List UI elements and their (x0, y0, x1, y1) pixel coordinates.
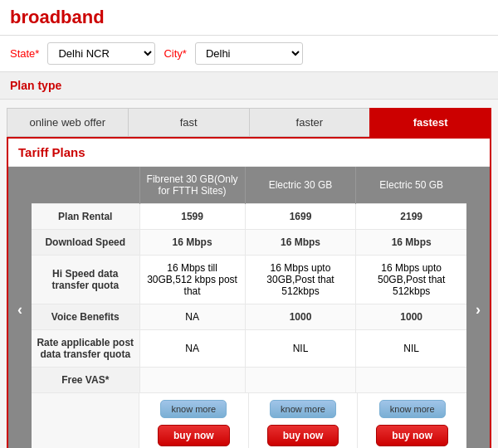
plan-rental-2: 2199 (356, 204, 466, 230)
plan-rental-1: 1699 (245, 204, 356, 230)
hi-speed-2: 16 Mbps upto 50GB,Post that 512kbps (356, 256, 466, 304)
row-label-voice: Voice Benefits (32, 304, 139, 330)
table-row: Hi Speed data transfer quota 16 Mbps til… (32, 256, 466, 304)
plan-rental-0: 1599 (139, 204, 245, 230)
row-label-rate-post: Rate applicable post data transfer quota (32, 330, 139, 368)
action-cell-0: know more buy now (139, 393, 249, 448)
tabs-container: online web offer fast faster fastest (7, 108, 491, 137)
plan-type-bar: Plan type (0, 71, 498, 100)
state-label-text: State (10, 47, 35, 60)
city-label-text: City (164, 47, 182, 60)
plan-type-label: Plan type (10, 79, 488, 92)
tab-online-web-offer[interactable]: online web offer (7, 108, 128, 137)
hi-speed-0: 16 Mbps till 30GB,512 kbps post that (139, 256, 245, 304)
state-label: State* (10, 47, 39, 60)
know-more-button-2[interactable]: know more (379, 400, 446, 418)
state-select[interactable]: Delhi NCR Mumbai Bangalore (47, 42, 155, 65)
content-wrapper: online web offer fast faster fastest Tar… (0, 108, 498, 448)
app-title: broadband (10, 7, 488, 28)
city-label: City* (164, 47, 186, 60)
voice-0: NA (139, 304, 245, 330)
row-label-free-vas: Free VAS* (32, 368, 139, 393)
tariff-container: Tariff Plans ‹ Fibrenet 30 GB(Only for F… (7, 137, 491, 448)
row-label-hi-speed: Hi Speed data transfer quota (32, 256, 139, 304)
free-vas-0 (139, 368, 245, 393)
hi-speed-1: 16 Mbps upto 30GB,Post that 512kbps (245, 256, 356, 304)
header: broadband (0, 0, 498, 35)
plan-header-2: Electric 50 GB (356, 167, 466, 204)
plan-header-1: Electric 30 GB (245, 167, 356, 204)
know-more-button-0[interactable]: know more (160, 400, 227, 418)
action-cell-1: know more buy now (249, 393, 359, 448)
table-row: Plan Rental 1599 1699 2199 (32, 204, 466, 230)
plans-area: ‹ Fibrenet 30 GB(Only for FTTH Sites) El… (8, 167, 490, 448)
buy-now-button-1[interactable]: buy now (267, 425, 339, 446)
download-speed-0: 16 Mbps (139, 230, 245, 256)
voice-1: 1000 (245, 304, 356, 330)
table-row: Rate applicable post data transfer quota… (32, 330, 466, 368)
action-buttons-row: know more buy now know more buy now (32, 392, 466, 448)
know-more-button-1[interactable]: know more (270, 400, 336, 418)
free-vas-2 (356, 368, 466, 393)
buy-now-button-0[interactable]: buy now (158, 425, 230, 446)
tab-faster[interactable]: faster (249, 108, 370, 137)
location-bar: State* Delhi NCR Mumbai Bangalore City* … (0, 35, 498, 71)
table-row: Free VAS* (32, 368, 466, 393)
tab-fast[interactable]: fast (128, 108, 249, 137)
table-row: Download Speed 16 Mbps 16 Mbps 16 Mbps (32, 230, 466, 256)
plans-table: Fibrenet 30 GB(Only for FTTH Sites) Elec… (32, 167, 466, 448)
buy-now-button-2[interactable]: buy now (376, 425, 448, 446)
action-label-cell (32, 393, 139, 448)
rate-post-0: NA (139, 330, 245, 368)
next-arrow[interactable]: › (466, 167, 490, 448)
download-speed-2: 16 Mbps (356, 230, 466, 256)
free-vas-1 (245, 368, 356, 393)
table-row: Voice Benefits NA 1000 1000 (32, 304, 466, 330)
plan-header-0: Fibrenet 30 GB(Only for FTTH Sites) (139, 167, 245, 204)
city-select[interactable]: Delhi Noida Gurgaon (195, 42, 303, 65)
voice-2: 1000 (356, 304, 466, 330)
empty-header (32, 167, 139, 204)
tab-fastest[interactable]: fastest (369, 108, 491, 137)
row-label-plan-rental: Plan Rental (32, 204, 139, 230)
rate-post-1: NIL (245, 330, 356, 368)
row-label-download-speed: Download Speed (32, 230, 139, 256)
action-cell-2: know more buy now (358, 393, 466, 448)
tariff-title: Tariff Plans (8, 139, 490, 167)
prev-arrow[interactable]: ‹ (8, 167, 32, 448)
rate-post-2: NIL (356, 330, 466, 368)
download-speed-1: 16 Mbps (245, 230, 356, 256)
